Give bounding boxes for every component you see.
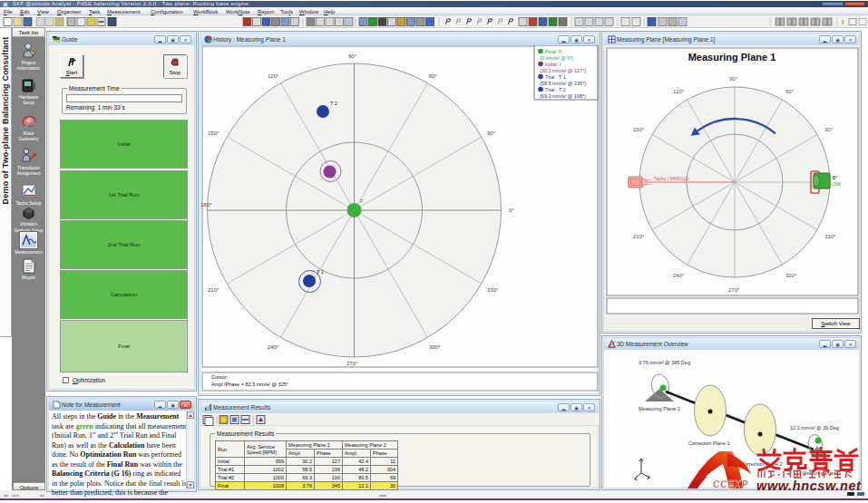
svg-text:150°: 150°: [208, 131, 219, 136]
svg-text:60°: 60°: [785, 89, 795, 94]
svg-text:120°: 120°: [673, 89, 685, 94]
svg-text:Trial : T 1: Trial : T 1: [545, 74, 566, 80]
svg-text:240°: 240°: [673, 273, 685, 278]
svg-text:Measuring Plane 1: Measuring Plane 1: [639, 406, 680, 411]
svg-text:90°: 90°: [729, 76, 738, 82]
svg-text:0°: 0°: [833, 175, 837, 180]
svg-text:210°: 210°: [208, 287, 219, 293]
svg-text:330°: 330°: [487, 287, 499, 293]
svg-text:CCEXP: CCEXP: [713, 479, 748, 489]
svg-text:240°: 240°: [268, 344, 279, 350]
svg-text:30°: 30°: [487, 131, 496, 136]
svg-text:210°: 210°: [633, 234, 645, 239]
svg-text:Ampl./Phase = 82.3 mm/s² @ 325: Ampl./Phase = 82.3 mm/s² @ 325°: [211, 382, 288, 387]
svg-text:270°: 270°: [728, 287, 740, 293]
svg-text:x398: x398: [831, 181, 841, 187]
svg-text:Measuring Plane 1: Measuring Plane 1: [688, 52, 776, 63]
svg-text:270°: 270°: [346, 361, 358, 366]
svg-text:3.76 mm/s² @ 345 Deg: 3.76 mm/s² @ 345 Deg: [639, 360, 690, 365]
svg-text:Final: F: Final: F: [545, 49, 562, 54]
svg-text:120°: 120°: [268, 73, 279, 79]
svg-text:Cursor:: Cursor:: [211, 374, 229, 380]
svg-text:0°: 0°: [509, 208, 514, 213]
svg-text:Tacho ( MM0012): Tacho ( MM0012): [654, 176, 689, 181]
svg-text:(30.2 mm/s² @ 127°): (30.2 mm/s² @ 127°): [540, 68, 586, 73]
svg-text:150°: 150°: [633, 127, 645, 132]
svg-text:180°: 180°: [200, 202, 212, 208]
svg-text:330°: 330°: [824, 234, 836, 239]
svg-text:(58.5 mm/s² @ 236°): (58.5 mm/s² @ 236°): [540, 81, 586, 86]
svg-text:300°: 300°: [429, 344, 441, 350]
svg-text:60°: 60°: [429, 73, 438, 79]
svg-text:Trial : T 2: Trial : T 2: [545, 87, 566, 92]
svg-text:Initial: I: Initial: I: [545, 62, 561, 67]
svg-text:www.hncsw.net: www.hncsw.net: [756, 479, 862, 493]
svg-text:T 2: T 2: [330, 101, 337, 106]
svg-text:I: I: [842, 18, 844, 26]
svg-text:(69.3 mm/s² @ 108°): (69.3 mm/s² @ 108°): [540, 93, 586, 99]
svg-text:90°: 90°: [348, 53, 357, 59]
svg-text:300°: 300°: [785, 273, 797, 278]
svg-text:30°: 30°: [824, 127, 834, 132]
svg-text:T 1: T 1: [317, 269, 324, 275]
svg-text:(0 mm/s² @ 0°): (0 mm/s² @ 0°): [540, 55, 574, 61]
